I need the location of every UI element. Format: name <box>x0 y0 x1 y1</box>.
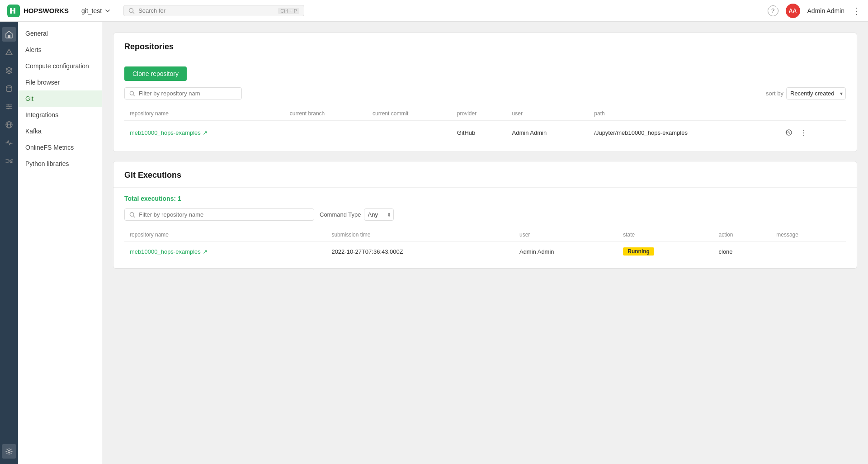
search-icon <box>129 90 135 97</box>
exec-col-user: user <box>514 228 618 242</box>
sidebar-item-integrations[interactable]: Integrations <box>18 107 102 123</box>
project-name: git_test <box>81 7 102 14</box>
svg-point-10 <box>9 106 11 108</box>
total-executions: Total executions: 1 <box>124 195 846 202</box>
search-icon <box>129 212 135 218</box>
sort-select[interactable]: Recently created Name Provider <box>786 87 846 99</box>
repo-name-text: meb10000_hops-examples <box>130 129 201 136</box>
command-type-label: Command Type <box>320 211 361 218</box>
sidebar-icon-settings[interactable] <box>2 444 16 459</box>
repositories-filter-bar: sort by Recently created Name Provider <box>124 87 846 99</box>
nav-sidebar: General Alerts Compute configuration Fil… <box>18 22 102 464</box>
exec-repo-name-cell: meb10000_hops-examples ↗ <box>124 242 326 261</box>
sidebar-icon-globe[interactable] <box>2 118 16 132</box>
exec-filter-input-wrap <box>124 208 314 221</box>
repo-provider-cell: GitHub <box>452 121 507 145</box>
repo-name-cell: meb10000_hops-examples ↗ <box>124 121 284 145</box>
exec-time-cell: 2022-10-27T07:36:43.000Z <box>326 242 514 261</box>
sidebar-icon-activity[interactable] <box>2 136 16 150</box>
repo-name-link[interactable]: meb10000_hops-examples ↗ <box>130 129 279 136</box>
command-type-wrap: Command Type Any clone pull push <box>320 208 394 221</box>
col-path: path <box>589 107 777 121</box>
global-search[interactable]: Ctrl + P <box>123 5 304 16</box>
svg-point-15 <box>8 450 10 453</box>
more-menu-icon[interactable]: ⋮ <box>852 5 861 16</box>
search-input[interactable] <box>138 7 274 14</box>
repositories-card: Repositories Clone repository sort by <box>113 33 857 152</box>
app-logo: HOPSWORKS <box>7 5 69 17</box>
exec-col-message: message <box>771 228 846 242</box>
sidebar-icon-alerts[interactable] <box>2 45 16 60</box>
search-shortcut: Ctrl + P <box>278 8 299 14</box>
sidebar-icon-database[interactable] <box>2 81 16 96</box>
icon-sidebar <box>0 22 18 464</box>
repo-filter-input[interactable] <box>139 90 237 97</box>
git-executions-card: Git Executions Total executions: 1 <box>113 161 857 269</box>
sidebar-icon-home[interactable] <box>2 27 16 42</box>
col-branch: current branch <box>284 107 367 121</box>
exec-col-state: state <box>618 228 713 242</box>
svg-point-5 <box>6 86 12 88</box>
project-selector[interactable]: git_test <box>78 5 114 16</box>
sidebar-item-filebrowser[interactable]: File browser <box>18 74 102 90</box>
col-commit: current commit <box>367 107 452 121</box>
exec-action-cell: clone <box>713 242 771 261</box>
main-layout: General Alerts Compute configuration Fil… <box>0 22 868 464</box>
navbar-right: ? AA Admin Admin ⋮ <box>768 4 861 18</box>
external-link-icon: ↗ <box>203 248 208 255</box>
exec-repo-name-link[interactable]: meb10000_hops-examples ↗ <box>130 248 321 255</box>
user-name: Admin Admin <box>807 7 844 14</box>
git-executions-body: Total executions: 1 Command Type <box>113 188 857 268</box>
avatar: AA <box>786 4 800 18</box>
hopsworks-logo-icon <box>7 5 20 17</box>
sidebar-icon-shuffle[interactable] <box>2 154 16 168</box>
sort-label: sort by <box>766 90 783 97</box>
executions-table: repository name submission time user sta… <box>124 228 846 261</box>
clone-repository-button[interactable]: Clone repository <box>124 66 187 81</box>
col-provider: provider <box>452 107 507 121</box>
content-area: Repositories Clone repository sort by <box>102 22 868 464</box>
table-row: meb10000_hops-examples ↗ 2022-10-27T07:3… <box>124 242 846 261</box>
sidebar-item-git[interactable]: Git <box>18 90 102 107</box>
git-executions-title: Git Executions <box>124 170 181 180</box>
repositories-table: repository name current branch current c… <box>124 107 846 144</box>
sidebar-item-compute[interactable]: Compute configuration <box>18 58 102 74</box>
command-type-select[interactable]: Any clone pull push <box>364 208 394 221</box>
exec-message-cell <box>771 242 846 261</box>
svg-point-11 <box>8 108 9 109</box>
svg-rect-2 <box>8 35 10 38</box>
repo-history-button[interactable] <box>783 126 795 139</box>
sidebar-item-kafka[interactable]: Kafka <box>18 123 102 139</box>
git-executions-header: Git Executions <box>113 161 857 188</box>
col-repo-name: repository name <box>124 107 284 121</box>
table-row: meb10000_hops-examples ↗ GitHub Admin Ad… <box>124 121 846 145</box>
sidebar-icon-sliders[interactable] <box>2 99 16 114</box>
svg-point-9 <box>8 104 9 106</box>
col-user: user <box>507 107 589 121</box>
chevron-down-icon <box>104 8 111 14</box>
repo-actions-cell: ⋮ <box>777 121 846 145</box>
repo-branch-cell <box>284 121 367 145</box>
sidebar-item-python[interactable]: Python libraries <box>18 156 102 172</box>
col-actions <box>777 107 846 121</box>
repo-user-cell: Admin Admin <box>507 121 589 145</box>
sidebar-item-alerts[interactable]: Alerts <box>18 42 102 58</box>
svg-point-4 <box>9 54 9 54</box>
repositories-title: Repositories <box>124 42 174 51</box>
repo-more-button[interactable]: ⋮ <box>797 126 810 139</box>
sidebar-item-onlinefs[interactable]: OnlineFS Metrics <box>18 139 102 156</box>
external-link-icon: ↗ <box>203 129 208 136</box>
exec-filter-bar: Command Type Any clone pull push <box>124 208 846 221</box>
exec-state-cell: Running <box>618 242 713 261</box>
exec-filter-input[interactable] <box>139 211 309 218</box>
help-icon[interactable]: ? <box>768 5 778 16</box>
exec-repo-name-text: meb10000_hops-examples <box>130 248 201 255</box>
repo-filter-input-wrap <box>124 87 242 99</box>
sidebar-item-general[interactable]: General <box>18 25 102 42</box>
exec-user-cell: Admin Admin <box>514 242 618 261</box>
exec-col-time: submission time <box>326 228 514 242</box>
state-badge: Running <box>623 247 654 256</box>
navbar: HOPSWORKS git_test Ctrl + P ? AA Admin A… <box>0 0 868 22</box>
sidebar-icon-layers[interactable] <box>2 63 16 78</box>
exec-col-repo: repository name <box>124 228 326 242</box>
